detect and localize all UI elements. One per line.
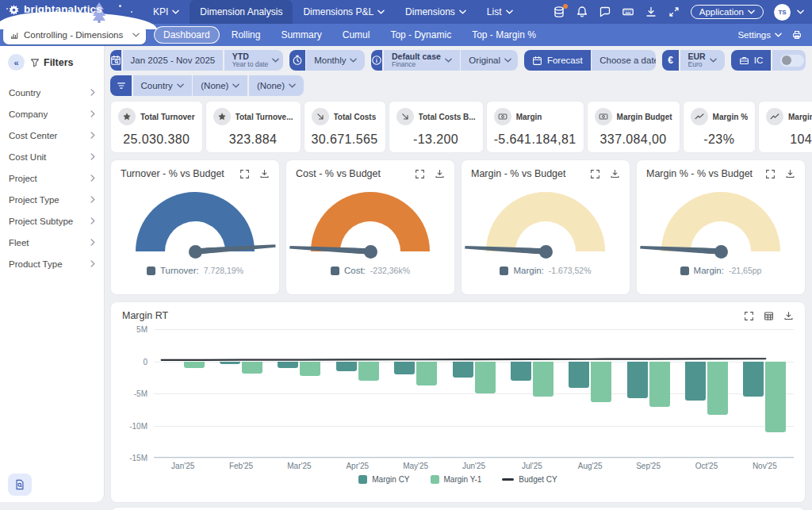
x-tick-label: May'25 (386, 462, 444, 470)
bar-margin-y1[interactable] (765, 362, 786, 432)
kpi-card-margin-budget: Margin Budget 337.084,00 (587, 101, 680, 153)
user-menu[interactable]: TS (774, 4, 804, 21)
chevron-right-icon (90, 217, 95, 224)
x-tick-label: Apr'25 (328, 462, 386, 470)
nav-item-dimensions-pl[interactable]: Dimensions P&L (293, 0, 395, 24)
sidebar-item-product-type[interactable]: Product Type (8, 253, 96, 274)
nav-item-dimensions[interactable]: Dimensions (395, 0, 477, 24)
sidebar-item-fleet[interactable]: Fleet (8, 232, 96, 253)
chevron-down-icon (445, 58, 452, 63)
currency-select[interactable]: EUR Euro (680, 50, 725, 71)
download-icon[interactable] (785, 169, 795, 179)
bar-margin-y1[interactable] (184, 362, 205, 368)
nav-item-label: Dimensions (405, 6, 455, 17)
tab-top-dynamic[interactable]: Top - Dynamic (381, 27, 460, 43)
keyboard-icon[interactable] (622, 6, 634, 18)
bar-margin-cy[interactable] (453, 362, 473, 378)
case-select[interactable]: Default case Finance (384, 50, 460, 71)
breakdown-1-select[interactable]: (None) (193, 75, 247, 96)
legend-item[interactable]: Margin CY (358, 475, 409, 484)
bar-margin-y1[interactable] (242, 362, 262, 374)
sidebar-item-cost-unit[interactable]: Cost Unit (8, 146, 96, 167)
notification-badge (563, 4, 568, 9)
sidebar-item-cost-center[interactable]: Cost Center (8, 125, 96, 146)
kpi-value: 337.084,00 (595, 132, 672, 147)
sidebar-item-project-type[interactable]: Project Type (8, 189, 96, 210)
download-icon[interactable] (435, 169, 445, 179)
period-select[interactable]: Monthly (306, 50, 365, 71)
choose-date-button[interactable]: Choose a date (592, 50, 656, 71)
gauge-legend: Turnover: 7.728,19% (121, 266, 270, 275)
sidebar-item-company[interactable]: Company (8, 103, 96, 125)
sidebar-item-project[interactable]: Project (8, 167, 96, 189)
chat-icon[interactable] (599, 6, 611, 18)
avatar: TS (774, 4, 791, 21)
euro-icon[interactable]: € (662, 50, 679, 71)
bar-margin-y1[interactable] (300, 362, 320, 377)
bar-margin-cy[interactable] (627, 362, 648, 398)
bar-margin-y1[interactable] (591, 362, 611, 402)
sidebar-item-country[interactable]: Country (8, 82, 96, 103)
filter-lines-icon[interactable] (110, 75, 132, 96)
fullscreen-icon[interactable] (765, 169, 776, 179)
kpi-card-total-turnover: Total Turnover 25.030.380 (110, 101, 203, 153)
download-icon[interactable] (783, 311, 794, 321)
version-select[interactable]: Original (461, 50, 518, 71)
ytd-select[interactable]: YTD Year to date (224, 50, 284, 71)
bar-margin-cy[interactable] (336, 362, 357, 372)
tab-cumul[interactable]: Cumul (334, 27, 379, 43)
sidebar-item-project-subtype[interactable]: Project Subtype (8, 210, 96, 232)
nav-item-list[interactable]: List (477, 0, 523, 24)
bar-margin-y1[interactable] (358, 362, 379, 381)
download-icon[interactable] (610, 169, 620, 179)
forecast-button[interactable]: Forecast (524, 50, 591, 71)
tab-dashboard[interactable]: Dashboard (154, 26, 220, 44)
nav-item-label: KPI (153, 6, 168, 17)
print-icon[interactable] (791, 29, 802, 40)
expand-icon[interactable] (668, 6, 680, 18)
bar-margin-cy[interactable] (743, 362, 764, 397)
date-range-chip: Jan 2025 - Nov 2025 YTD Year to date (110, 50, 283, 71)
bar-margin-cy[interactable] (511, 362, 531, 381)
bar-margin-y1[interactable] (533, 362, 553, 397)
fullscreen-icon[interactable] (590, 169, 600, 179)
app-logo[interactable]: brightanalytics Happy Holidays! (0, 2, 136, 23)
bar-margin-cy[interactable] (685, 362, 706, 401)
application-selector[interactable]: Application (691, 5, 764, 19)
bar-margin-cy[interactable] (220, 362, 240, 364)
download-icon[interactable] (645, 6, 657, 18)
breakdown-2-select[interactable]: (None) (249, 75, 304, 96)
ic-toggle[interactable] (780, 55, 804, 67)
download-icon[interactable] (259, 169, 270, 179)
nav-item-kpi[interactable]: KPI (143, 0, 190, 24)
bar-margin-y1[interactable] (416, 362, 437, 386)
document-search-button[interactable] (8, 474, 32, 496)
settings-menu[interactable]: Settings (737, 30, 782, 40)
table-icon[interactable] (764, 311, 774, 321)
calendar-search-icon[interactable] (110, 50, 121, 71)
legend-item[interactable]: Margin Y-1 (431, 475, 482, 484)
bar-margin-cy[interactable] (394, 362, 415, 374)
tab-top-margin[interactable]: Top - Margin % (463, 27, 545, 43)
collapse-sidebar-button[interactable]: « (8, 54, 25, 71)
info-icon[interactable] (371, 50, 382, 71)
x-axis-labels: Jan'25Feb'25Mar'25Apr'25May'25Jun'25Jul'… (154, 458, 794, 474)
database-icon[interactable] (553, 6, 565, 18)
nav-item-dimension-analysis[interactable]: Dimension Analysis (190, 0, 293, 24)
ic-button[interactable]: IC (731, 50, 772, 71)
dimension-select[interactable]: Country (133, 75, 192, 96)
bar-margin-y1[interactable] (475, 362, 496, 394)
fullscreen-icon[interactable] (415, 169, 425, 179)
bar-margin-y1[interactable] (649, 362, 670, 408)
fullscreen-icon[interactable] (239, 169, 250, 179)
clock-icon[interactable] (289, 50, 304, 71)
fullscreen-icon[interactable] (744, 311, 754, 321)
bar-margin-y1[interactable] (707, 362, 728, 415)
date-range-value[interactable]: Jan 2025 - Nov 2025 (123, 50, 224, 71)
bell-icon[interactable] (576, 6, 588, 18)
bar-margin-cy[interactable] (569, 362, 589, 388)
tab-rolling[interactable]: Rolling (223, 27, 270, 43)
bar-margin-cy[interactable] (278, 362, 298, 369)
tab-summary[interactable]: Summary (272, 27, 330, 43)
legend-item-budget[interactable]: Budget CY (502, 475, 557, 484)
